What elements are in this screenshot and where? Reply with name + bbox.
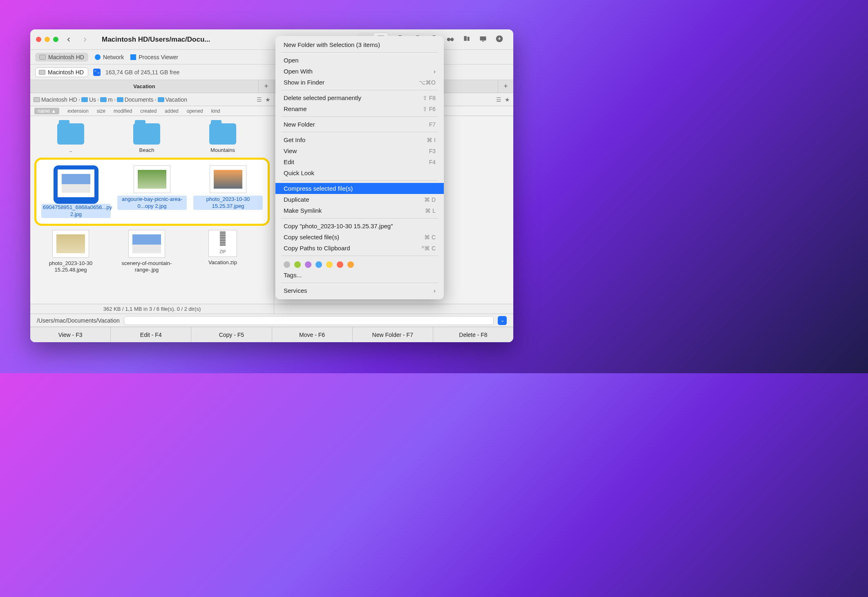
column-toggle-icon[interactable]: ☰ <box>496 96 501 103</box>
tab-vacation[interactable]: Vacation <box>30 80 258 93</box>
menu-quick-look[interactable]: Quick Look <box>275 167 444 178</box>
location-label: Macintosh HD <box>48 54 84 60</box>
svg-rect-20 <box>482 41 484 42</box>
crumb[interactable]: m <box>108 96 113 103</box>
col-extension[interactable]: extension <box>67 108 88 114</box>
left-tabrow: Vacation + <box>30 80 274 93</box>
path-dropdown-icon[interactable]: ⌄ <box>498 316 507 325</box>
menu-copy-paths[interactable]: Copy Paths to Clipboard^⌘ C <box>275 243 444 254</box>
tag-color-dot[interactable] <box>326 261 333 268</box>
menu-open[interactable]: Open <box>275 55 444 66</box>
file-item-parent[interactable]: .. <box>33 121 109 156</box>
col-size[interactable]: size <box>97 108 105 114</box>
filename: Beach <box>139 147 154 154</box>
binoculars-icon[interactable] <box>446 35 454 45</box>
menu-duplicate[interactable]: Duplicate⌘ D <box>275 194 444 205</box>
action-view[interactable]: View - F3 <box>30 327 111 342</box>
crumb[interactable]: Us <box>89 96 96 103</box>
file-item-selected-2[interactable]: angourie-bay-picnic-area-0...opy 2.jpg <box>114 163 190 221</box>
crumb[interactable]: Macintosh HD <box>41 96 77 103</box>
svg-point-16 <box>450 38 454 41</box>
location-mac-hd[interactable]: Macintosh HD <box>35 53 88 62</box>
menu-rename[interactable]: Rename⇧ F6 <box>275 103 444 114</box>
chevron-right-icon: › <box>434 68 436 75</box>
app-icon <box>130 54 136 60</box>
menu-edit[interactable]: EditF4 <box>275 156 444 167</box>
menu-tags[interactable]: Tags... <box>275 270 444 281</box>
folder-icon <box>133 123 160 145</box>
image-thumb <box>214 170 242 189</box>
file-item[interactable]: photo_2023-10-30 15.25.48.jpeg <box>33 227 109 276</box>
display-icon[interactable] <box>479 35 487 45</box>
action-copy[interactable]: Copy - F5 <box>191 327 272 342</box>
add-tab-button[interactable]: + <box>258 80 274 93</box>
action-new-folder[interactable]: New Folder - F7 <box>353 327 433 342</box>
filename: Mountains <box>210 147 235 154</box>
finder-window: Macintosh HD/Users/mac/Docu... Macintosh… <box>30 29 513 342</box>
menu-get-info[interactable]: Get Info⌘ I <box>275 134 444 145</box>
tag-color-dot[interactable] <box>315 261 322 268</box>
forward-button[interactable] <box>79 33 91 46</box>
zoom-button[interactable] <box>53 37 58 42</box>
disk-icon <box>34 97 40 102</box>
favorite-icon[interactable]: ★ <box>505 96 510 103</box>
action-move[interactable]: Move - F6 <box>272 327 353 342</box>
tag-color-dot[interactable] <box>337 261 343 268</box>
download-icon[interactable] <box>495 35 503 45</box>
location-process-viewer[interactable]: Process Viewer <box>130 54 178 60</box>
menu-copy-named[interactable]: Copy "photo_2023-10-30 15.25.37.jpeg" <box>275 221 444 232</box>
menu-new-folder-selection[interactable]: New Folder with Selection (3 items) <box>275 39 444 50</box>
crumb[interactable]: Documents <box>125 96 154 103</box>
sync-icon[interactable] <box>463 35 471 45</box>
freespace-label: 163,74 GB of 245,11 GB free <box>105 69 179 76</box>
col-modified[interactable]: modified <box>114 108 132 114</box>
filename: .. <box>69 147 72 154</box>
volume-name: Macintosh HD <box>48 69 84 76</box>
icon-grid[interactable]: .. Beach Mountains 6904758951_6868a0656.… <box>30 116 274 304</box>
file-item-selected-3[interactable]: photo_2023-10-30 15.25.37.jpeg <box>190 163 266 221</box>
favorite-icon[interactable]: ★ <box>265 96 271 103</box>
image-thumb <box>138 170 166 189</box>
location-network[interactable]: Network <box>95 54 124 60</box>
file-item-zip[interactable]: ZIP Vacation.zip <box>185 227 261 276</box>
menu-new-folder[interactable]: New FolderF7 <box>275 119 444 130</box>
tag-color-dot[interactable] <box>294 261 301 268</box>
volume-selector[interactable]: Macintosh HD <box>35 67 88 77</box>
file-item-beach[interactable]: Beach <box>109 121 185 156</box>
col-opened[interactable]: opened <box>187 108 203 114</box>
add-tab-button[interactable]: + <box>498 80 513 93</box>
col-name[interactable]: name ▲ <box>34 108 59 114</box>
folder-icon <box>158 97 164 102</box>
col-kind[interactable]: kind <box>211 108 220 114</box>
menu-show-in-finder[interactable]: Show in Finder⌥⌘O <box>275 77 444 88</box>
menu-compress[interactable]: Compress selected file(s) <box>275 183 444 194</box>
menu-copy-selected[interactable]: Copy selected file(s)⌘ C <box>275 232 444 243</box>
menu-delete-permanently[interactable]: Delete selected permanently⇧ F8 <box>275 92 444 103</box>
menu-services[interactable]: Services› <box>275 285 444 296</box>
back-button[interactable] <box>63 33 75 46</box>
minimize-button[interactable] <box>45 37 50 42</box>
crumb[interactable]: Vacation <box>166 96 187 103</box>
file-item-mountains[interactable]: Mountains <box>185 121 261 156</box>
col-created[interactable]: created <box>140 108 157 114</box>
traffic-lights <box>36 37 58 42</box>
folder-icon <box>209 123 236 145</box>
left-breadcrumb: Macintosh HD› Us› m› Documents› Vacation… <box>30 93 274 106</box>
action-edit[interactable]: Edit - F4 <box>111 327 191 342</box>
file-item[interactable]: scenery-of-mountain-range-.jpg <box>109 227 185 276</box>
chevron-right-icon: › <box>434 287 436 294</box>
volume-dropdown-icon[interactable]: ⌃⌄ <box>93 69 101 76</box>
menu-symlink[interactable]: Make Symlink⌘ L <box>275 205 444 216</box>
path-input[interactable] <box>124 316 494 325</box>
action-delete[interactable]: Delete - F8 <box>433 327 513 342</box>
tag-color-dot[interactable] <box>305 261 311 268</box>
context-menu: New Folder with Selection (3 items) Open… <box>275 36 444 299</box>
col-added[interactable]: added <box>165 108 178 114</box>
menu-open-with[interactable]: Open With› <box>275 66 444 77</box>
file-item-selected-1[interactable]: 6904758951_6868a0656...py 2.jpg <box>38 163 114 221</box>
menu-view[interactable]: ViewF3 <box>275 145 444 156</box>
column-toggle-icon[interactable]: ☰ <box>257 96 262 103</box>
tag-color-dot[interactable] <box>347 261 354 268</box>
tag-color-dot[interactable] <box>284 261 290 268</box>
close-button[interactable] <box>36 37 41 42</box>
